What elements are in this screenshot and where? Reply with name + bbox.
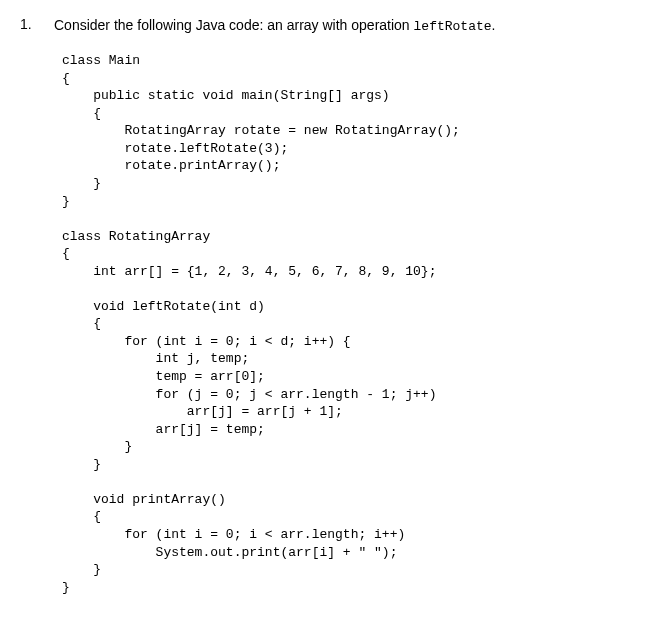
java-code-block: class Main { public static void main(Str… (62, 52, 644, 596)
question-text-before: Consider the following Java code: an arr… (54, 17, 414, 33)
question-row: 1. Consider the following Java code: an … (20, 16, 644, 36)
question-text: Consider the following Java code: an arr… (54, 16, 644, 36)
question-number: 1. (20, 16, 38, 36)
inline-code-leftrotate: leftRotate (414, 19, 492, 34)
question-text-after: . (492, 17, 496, 33)
